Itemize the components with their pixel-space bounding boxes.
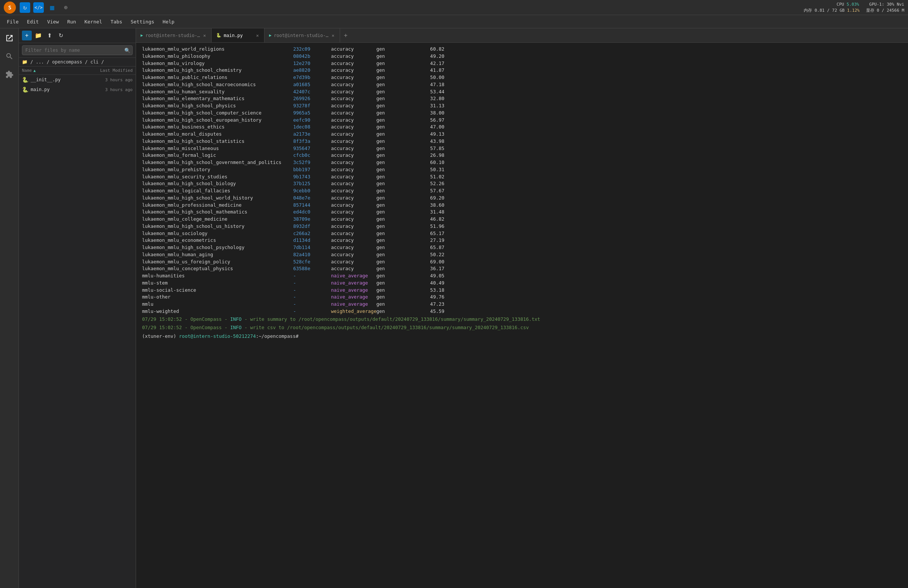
tab-tab3[interactable]: ▶ root@intern-studio-50212 ✕ xyxy=(264,28,340,42)
tab-icon: ▶ xyxy=(140,33,143,38)
activity-extensions[interactable] xyxy=(3,68,16,81)
task-type: gen xyxy=(376,251,407,258)
file-icon: 🐍 xyxy=(22,87,28,93)
task-score: 57.67 xyxy=(414,187,444,195)
task-name: lukaemon_mmlu_moral_disputes xyxy=(142,131,286,138)
task-type: gen xyxy=(376,223,407,230)
menu-view[interactable]: View xyxy=(43,18,63,26)
task-hash: c266a2 xyxy=(293,230,324,237)
task-score: 51.96 xyxy=(414,223,444,230)
task-score: 41.87 xyxy=(414,67,444,74)
task-type: gen xyxy=(376,102,407,110)
task-type: gen xyxy=(376,287,407,294)
reload-icon[interactable]: ↻ xyxy=(20,2,30,13)
table-row: lukaemon_mmlu_high_school_psychology 7db… xyxy=(140,244,903,251)
task-score: 38.60 xyxy=(414,202,444,209)
task-hash: 528cfe xyxy=(293,258,324,266)
terminal-prompt[interactable]: (xtuner-env) root@intern-studio-50212274… xyxy=(140,332,903,341)
task-metric: weighted_average xyxy=(331,308,369,315)
task-type: gen xyxy=(376,89,407,96)
task-name: lukaemon_mmlu_logical_fallacies xyxy=(142,187,286,195)
task-metric: accuracy xyxy=(331,174,369,180)
menu-settings[interactable]: Settings xyxy=(127,18,158,26)
terminal-area[interactable]: lukaemon_mmlu_world_religions 232c09 acc… xyxy=(136,43,908,588)
task-hash: 93278f xyxy=(293,102,324,110)
task-score: 69.00 xyxy=(414,258,444,266)
task-type: gen xyxy=(376,237,407,244)
task-metric: accuracy xyxy=(331,244,369,251)
task-score: 43.98 xyxy=(414,138,444,145)
menu-help[interactable]: Help xyxy=(159,18,178,26)
list-item[interactable]: 🐍 main.py 3 hours ago xyxy=(19,85,136,95)
menu-kernel[interactable]: Kernel xyxy=(80,18,106,26)
task-score: 27.19 xyxy=(414,237,444,244)
tab-close-button[interactable]: ✕ xyxy=(256,32,259,39)
task-type: gen xyxy=(376,187,407,195)
task-type: gen xyxy=(376,294,407,301)
task-name: lukaemon_mmlu_high_school_statistics xyxy=(142,138,286,145)
upload-button[interactable]: ⬆ xyxy=(45,31,55,40)
task-name: lukaemon_mmlu_security_studies xyxy=(142,174,286,180)
task-hash: 12e270 xyxy=(293,60,324,67)
menu-edit[interactable]: Edit xyxy=(23,18,42,26)
activity-search[interactable] xyxy=(3,50,16,63)
task-type: gen xyxy=(376,138,407,145)
log-line: 07/29 15:02:52 - OpenCompass - INFO - wr… xyxy=(140,324,903,332)
table-row: lukaemon_mmlu_conceptual_physics 63588e … xyxy=(140,265,903,272)
table-row: lukaemon_mmlu_formal_logic cfcb0c accura… xyxy=(140,152,903,159)
tab-close-button[interactable]: ✕ xyxy=(331,32,335,39)
task-name: lukaemon_mmlu_human_aging xyxy=(142,251,286,258)
task-score: 26.98 xyxy=(414,152,444,159)
task-score: 60.10 xyxy=(414,159,444,166)
task-name: mmlu-stem xyxy=(142,280,286,287)
table-row: lukaemon_mmlu_world_religions 232c09 acc… xyxy=(140,46,903,53)
task-hash: - xyxy=(293,301,324,308)
tab-tab2[interactable]: 🐍 main.py ✕ xyxy=(212,28,264,42)
task-type: gen xyxy=(376,301,407,308)
task-score: 46.82 xyxy=(414,216,444,223)
table-row: lukaemon_mmlu_logical_fallacies 9cebb0 a… xyxy=(140,187,903,195)
table-row: mmlu-stem - naive_average gen 40.49 xyxy=(140,280,903,287)
task-metric: accuracy xyxy=(331,237,369,244)
list-item[interactable]: 🐍 __init__.py 3 hours ago xyxy=(19,75,136,85)
task-hash: - xyxy=(293,308,324,315)
code-icon[interactable]: </> xyxy=(33,2,44,13)
task-hash: 08042b xyxy=(293,53,324,60)
task-metric: naive_average xyxy=(331,287,369,294)
task-metric: accuracy xyxy=(331,89,369,96)
task-type: gen xyxy=(376,216,407,223)
activity-explorer[interactable] xyxy=(3,31,16,45)
tab-tab1[interactable]: ▶ root@intern-studio-50212 ✕ xyxy=(136,28,212,42)
new-folder-button[interactable]: 📁 xyxy=(33,31,43,40)
menu-tabs[interactable]: Tabs xyxy=(106,18,126,26)
task-metric: accuracy xyxy=(331,230,369,237)
task-metric: accuracy xyxy=(331,159,369,166)
tab-close-button[interactable]: ✕ xyxy=(203,32,207,39)
task-score: 49.20 xyxy=(414,53,444,60)
task-name: mmlu xyxy=(142,301,286,308)
task-hash: 82a410 xyxy=(293,251,324,258)
task-score: 50.31 xyxy=(414,166,444,174)
new-file-button[interactable]: + xyxy=(22,31,32,40)
refresh-button[interactable]: ↻ xyxy=(56,31,66,40)
task-metric: accuracy xyxy=(331,138,369,145)
task-hash: 935647 xyxy=(293,145,324,152)
vscode-icon[interactable]: ▦ xyxy=(47,2,58,13)
task-hash: 232c09 xyxy=(293,46,324,53)
compass-icon[interactable]: ⊕ xyxy=(60,2,71,13)
table-row: lukaemon_mmlu_prehistory bbb197 accuracy… xyxy=(140,166,903,174)
task-hash: 8932df xyxy=(293,223,324,230)
search-input[interactable] xyxy=(22,45,133,55)
table-row: lukaemon_mmlu_high_school_european_histo… xyxy=(140,117,903,124)
add-tab-button[interactable]: + xyxy=(340,28,351,42)
file-list-header[interactable]: Name ▲ Last Modified xyxy=(19,66,136,75)
task-hash: - xyxy=(293,280,324,287)
task-type: gen xyxy=(376,180,407,187)
table-row: lukaemon_mmlu_high_school_macroeconomics… xyxy=(140,81,903,89)
menu-run[interactable]: Run xyxy=(63,18,80,26)
task-score: 65.17 xyxy=(414,230,444,237)
task-type: gen xyxy=(376,202,407,209)
task-hash: eefc90 xyxy=(293,117,324,124)
task-score: 53.44 xyxy=(414,89,444,96)
menu-file[interactable]: File xyxy=(3,18,22,26)
